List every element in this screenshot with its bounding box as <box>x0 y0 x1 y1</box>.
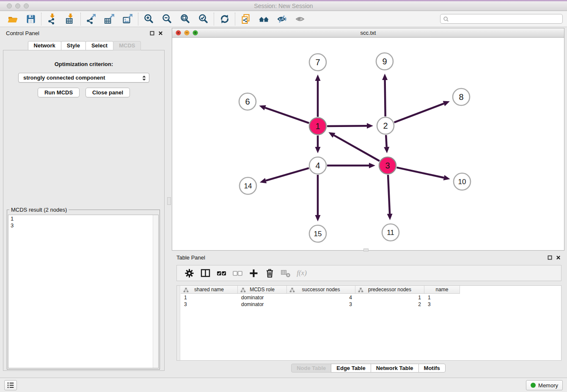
tab-motifs[interactable]: Motifs <box>418 364 446 373</box>
mcds-panel: Optimization criterion: strongly connect… <box>3 50 165 371</box>
close-panel-icon[interactable] <box>158 31 163 36</box>
cell-successor-nodes[interactable]: 3 <box>287 301 355 308</box>
export-table-icon[interactable] <box>100 12 118 26</box>
export-image-icon[interactable] <box>118 12 137 26</box>
run-mcds-button[interactable]: Run MCDS <box>38 88 80 97</box>
column-settings-icon[interactable] <box>181 267 197 279</box>
status-bar: Memory <box>0 378 567 392</box>
save-session-icon[interactable] <box>22 12 40 26</box>
graph-edge-2-8[interactable] <box>394 104 444 123</box>
window-title: Session: New Session <box>0 3 567 9</box>
selected-criterion: strongly connected component <box>23 75 105 81</box>
cell-mcds-role[interactable]: dominator <box>238 294 287 301</box>
zoom-fit-icon[interactable] <box>176 12 194 26</box>
zoom-in-icon[interactable] <box>140 12 158 26</box>
graph-node-label: 2 <box>383 121 388 130</box>
table-toolbar-icons: f(x) <box>181 267 310 279</box>
column-header-label: predecessor nodes <box>368 287 411 293</box>
cell-successor-nodes[interactable]: 4 <box>287 294 355 301</box>
optimization-criterion-label: Optimization criterion: <box>3 61 164 67</box>
network-view-window: scc.txt 1234678910111415 <box>172 28 564 251</box>
delete-selected-icon[interactable] <box>261 267 278 279</box>
show-all-icon <box>291 12 309 26</box>
column-header-mcds-role[interactable]: MCDS role <box>238 286 287 294</box>
graph-node-label: 15 <box>314 230 322 238</box>
first-neighbors-icon[interactable] <box>255 12 273 26</box>
view-resize-handle[interactable] <box>363 248 369 251</box>
graph-edge-arrowhead <box>367 123 373 129</box>
graph-edge-2-9[interactable] <box>385 80 385 116</box>
graph-edge-arrowhead <box>315 215 321 221</box>
graph-edge-3-1[interactable] <box>334 135 380 161</box>
control-panel: Control Panel NetworkStyleSelectMCDS Opt… <box>2 28 167 375</box>
scrollbar-track[interactable] <box>153 215 158 368</box>
optimization-criterion-select[interactable]: strongly connected component <box>18 73 149 83</box>
task-history-button[interactable] <box>4 380 17 390</box>
graph-edge-arrowhead <box>382 74 388 80</box>
import-network-icon[interactable] <box>43 12 61 26</box>
toolbar-separator <box>80 13 81 25</box>
tab-network[interactable]: Network <box>28 41 61 50</box>
column-header-predecessor-nodes[interactable]: predecessor nodes <box>355 286 424 294</box>
import-table-icon[interactable] <box>61 12 79 26</box>
cell-name[interactable]: 3 <box>424 301 460 308</box>
tab-mcds[interactable]: MCDS <box>113 41 141 50</box>
graph-node-label: 10 <box>458 178 466 186</box>
toolbar-separator <box>235 13 235 25</box>
mcds-result-area: 13 <box>8 215 159 368</box>
tab-node-table[interactable]: Node Table <box>291 364 331 373</box>
graph-edge-2-3[interactable] <box>386 135 387 147</box>
split-pane-handle[interactable] <box>167 197 171 205</box>
column-header-successor-nodes[interactable]: successor nodes <box>287 286 355 294</box>
table-row[interactable]: 1dominator411 <box>181 294 561 301</box>
toggle-panel-layout-icon[interactable] <box>197 267 213 279</box>
cell-mcds-role[interactable]: dominator <box>238 301 287 308</box>
search-input[interactable] <box>451 16 560 22</box>
table-panel-title: Table Panel <box>176 254 205 261</box>
graph-edge-arrowhead <box>260 178 267 184</box>
tab-edge-table[interactable]: Edge Table <box>331 364 371 373</box>
zoom-selected-icon[interactable] <box>194 12 212 26</box>
export-network-icon[interactable] <box>82 12 100 26</box>
graph-edge-1-2[interactable] <box>327 126 367 126</box>
open-session-icon[interactable] <box>3 12 22 26</box>
cell-predecessor-nodes[interactable]: 1 <box>355 294 424 301</box>
graph-node-label: 6 <box>245 97 250 106</box>
tab-network-table[interactable]: Network Table <box>371 364 419 373</box>
column-header-name[interactable]: name <box>424 286 460 294</box>
close-panel-icon[interactable] <box>556 255 561 260</box>
float-panel-icon[interactable] <box>548 255 552 260</box>
graph-edge-3-11[interactable] <box>388 175 390 214</box>
float-panel-icon[interactable] <box>150 31 154 36</box>
tab-select[interactable]: Select <box>85 41 113 50</box>
table-row[interactable]: 3dominator323 <box>181 301 561 308</box>
cell-shared-name[interactable]: 1 <box>181 294 238 301</box>
network-view-titlebar: scc.txt <box>172 28 564 38</box>
memory-button[interactable]: Memory <box>526 380 563 390</box>
select-chevrons-icon <box>141 75 147 83</box>
select-all-rows-icon[interactable] <box>213 267 229 279</box>
graph-edge-4-14[interactable] <box>266 168 309 181</box>
table-panel-titlebar: Table Panel <box>172 252 564 262</box>
cell-shared-name[interactable]: 3 <box>181 301 238 308</box>
column-header-shared-name[interactable]: shared name <box>181 286 238 294</box>
hide-selected-icon[interactable] <box>273 12 291 26</box>
tab-style[interactable]: Style <box>61 41 86 50</box>
network-view-title: scc.txt <box>172 30 564 36</box>
network-graph[interactable]: 1234678910111415 <box>172 38 564 250</box>
table-header-row: shared nameMCDS rolesuccessor nodesprede… <box>181 286 460 294</box>
zoom-out-icon[interactable] <box>158 12 176 26</box>
search-box[interactable] <box>440 14 563 24</box>
table-panel-tabs: Node TableEdge TableNetwork TableMotifs <box>172 364 564 373</box>
clone-network-icon[interactable] <box>237 12 255 26</box>
graph-node-label: 1 <box>315 121 320 131</box>
close-panel-button[interactable]: Close panel <box>85 88 130 97</box>
graph-edge-3-10[interactable] <box>397 168 444 178</box>
cell-predecessor-nodes[interactable]: 2 <box>355 301 424 308</box>
graph-edge-1-6[interactable] <box>265 108 309 123</box>
add-column-icon[interactable] <box>245 267 261 279</box>
refresh-view-icon[interactable] <box>215 12 234 26</box>
deselect-all-rows-icon[interactable] <box>229 267 245 279</box>
cell-name[interactable]: 1 <box>424 294 460 301</box>
main-toolbar-icons <box>3 12 309 26</box>
